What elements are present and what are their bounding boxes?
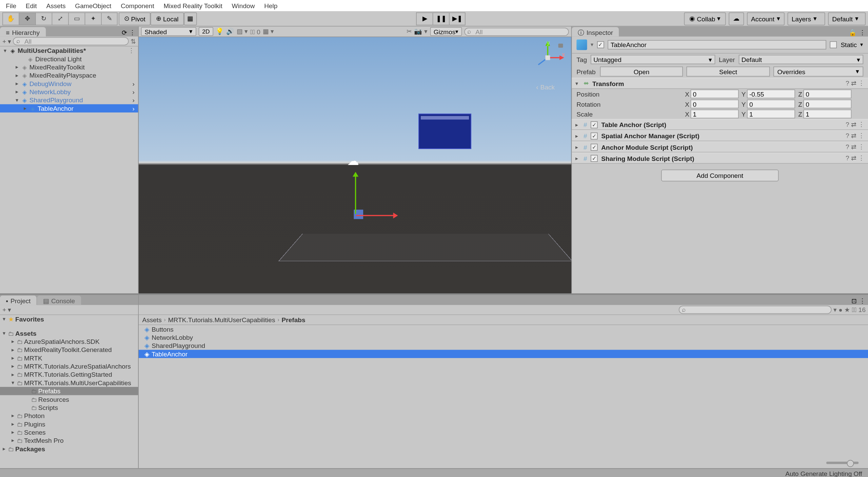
- snap-toggle[interactable]: ▦: [184, 12, 197, 25]
- prefab-overrides-dropdown[interactable]: Overrides▾: [773, 66, 863, 77]
- gizmos-dropdown[interactable]: Gizmos ▾: [430, 27, 462, 36]
- folder-item[interactable]: 🗀Resources: [0, 395, 138, 403]
- folder-item[interactable]: ▸🗀MixedRealityToolkit.Generated: [0, 346, 138, 354]
- pos-z[interactable]: 0: [803, 89, 851, 98]
- folder-item[interactable]: ▸🗀MRTK: [0, 354, 138, 362]
- tag-dropdown[interactable]: Untagged▾: [590, 55, 715, 64]
- gameobject-icon[interactable]: [576, 39, 587, 50]
- lock-icon[interactable]: ⟳: [122, 29, 127, 37]
- hidden-icon[interactable]: 👁̸ 16: [852, 306, 866, 313]
- lock-icon[interactable]: 🔒: [849, 29, 857, 37]
- menu-icon[interactable]: ⋮: [859, 297, 866, 305]
- component-header[interactable]: ▸#✓Anchor Module Script (Script)?⇄⋮: [572, 141, 868, 152]
- hierarchy-item[interactable]: ▸◈TableAnchor›: [0, 104, 138, 112]
- preset-icon[interactable]: ⇄: [851, 143, 856, 151]
- y-axis-handle[interactable]: [355, 172, 356, 214]
- layers-dropdown[interactable]: Layers▾: [788, 12, 825, 25]
- rotate-tool[interactable]: ↻: [35, 12, 52, 25]
- collapse-icon[interactable]: ⊡: [851, 297, 857, 305]
- hierarchy-item[interactable]: ▾◈SharedPlayground›: [0, 96, 138, 104]
- prefab-select-button[interactable]: Select: [687, 66, 770, 77]
- active-checkbox[interactable]: ✓: [597, 41, 604, 48]
- menu-mixed-reality-toolkit[interactable]: Mixed Reality Toolkit: [159, 0, 227, 11]
- menu-file[interactable]: File: [1, 0, 21, 11]
- folder-item[interactable]: ▸🗀Scenes: [0, 428, 138, 436]
- pos-x[interactable]: 0: [691, 89, 739, 98]
- custom-tool[interactable]: ✎: [101, 12, 118, 25]
- enabled-checkbox[interactable]: ✓: [591, 132, 598, 139]
- scl-y[interactable]: 1: [747, 109, 795, 118]
- rot-z[interactable]: 0: [803, 100, 851, 108]
- back-button[interactable]: ‹ Back: [536, 83, 555, 91]
- tab-hierarchy[interactable]: ≡ Hierarchy: [0, 27, 45, 37]
- hand-tool[interactable]: ✋: [2, 12, 19, 25]
- assets-root[interactable]: ▾🗀Assets: [0, 329, 138, 337]
- menu-icon[interactable]: ⋮: [129, 29, 136, 37]
- menu-icon[interactable]: ⋮: [858, 121, 865, 128]
- folder-item[interactable]: ▾🗀MRTK.Tutorials.MultiUserCapabilities: [0, 379, 138, 387]
- shading-dropdown[interactable]: Shaded▾: [141, 27, 196, 36]
- transform-header[interactable]: ▾⬌Transform ?⇄⋮: [572, 78, 868, 89]
- pivot-toggle[interactable]: ⊙Pivot: [119, 12, 151, 25]
- pos-y[interactable]: -0.55: [747, 89, 795, 98]
- menu-window[interactable]: Window: [227, 0, 260, 11]
- tab-project[interactable]: ▪ Project: [0, 296, 37, 305]
- menu-icon[interactable]: ⋮: [859, 29, 866, 37]
- menu-icon[interactable]: ⋮: [858, 154, 865, 162]
- folder-item[interactable]: ▸🗀MRTK.Tutorials.AzureSpatialAnchors: [0, 362, 138, 370]
- menu-assets[interactable]: Assets: [42, 0, 71, 11]
- rot-y[interactable]: 0: [747, 100, 795, 108]
- folder-item[interactable]: ▸🗀TextMesh Pro: [0, 436, 138, 444]
- asset-item[interactable]: ◈SharedPlayground: [139, 341, 868, 350]
- scene-menu-icon[interactable]: ⋮: [128, 47, 135, 55]
- project-search[interactable]: [679, 306, 832, 314]
- transform-tool[interactable]: ✦: [85, 12, 101, 25]
- folder-item[interactable]: 🗀Scripts: [0, 403, 138, 412]
- folder-item[interactable]: ▸🗀Plugins: [0, 420, 138, 428]
- menu-help[interactable]: Help: [259, 0, 282, 11]
- asset-item[interactable]: ◈Buttons: [139, 325, 868, 333]
- type-icon[interactable]: ★: [844, 306, 850, 314]
- breadcrumb-item[interactable]: MRTK.Tutorials.MultiUserCapabilities: [168, 316, 275, 323]
- tools-icon[interactable]: ✂: [407, 28, 412, 36]
- create-dropdown[interactable]: + ▾: [2, 306, 12, 314]
- menu-icon[interactable]: ⋮: [858, 132, 865, 140]
- component-header[interactable]: ▸#✓Spatial Anchor Manager (Script)?⇄⋮: [572, 130, 868, 141]
- layer-dropdown[interactable]: Default▾: [738, 55, 863, 64]
- hierarchy-item[interactable]: ◈Directional Light: [0, 55, 138, 63]
- menu-icon[interactable]: ⋮: [858, 80, 865, 87]
- light-icon[interactable]: 💡: [216, 28, 224, 36]
- move-tool[interactable]: ✥: [19, 12, 35, 25]
- enabled-checkbox[interactable]: ✓: [591, 121, 598, 128]
- cloud-button[interactable]: ☁: [729, 12, 744, 25]
- hidden-icon[interactable]: 👁̸ 0: [250, 28, 260, 35]
- menu-icon[interactable]: ⋮: [858, 143, 865, 151]
- component-header[interactable]: ▸#✓Table Anchor (Script)?⇄⋮: [572, 119, 868, 130]
- folder-item[interactable]: ▸🗀AzureSpatialAnchors.SDK: [0, 337, 138, 346]
- preset-icon[interactable]: ⇄: [851, 132, 856, 140]
- preset-icon[interactable]: ⇄: [851, 121, 856, 128]
- hierarchy-item[interactable]: ▸◈DebugWindow›: [0, 80, 138, 88]
- filter-icon[interactable]: ▾: [833, 306, 837, 314]
- sort-icon[interactable]: ⇅: [131, 37, 136, 45]
- folder-item[interactable]: 🗀Prefabs: [0, 387, 138, 395]
- audio-icon[interactable]: 🔊: [226, 28, 234, 36]
- label-icon[interactable]: ●: [839, 306, 843, 313]
- zoom-slider[interactable]: [824, 459, 861, 466]
- hierarchy-search[interactable]: All: [13, 37, 129, 45]
- packages-root[interactable]: ▸🗀Packages: [0, 444, 138, 453]
- scale-tool[interactable]: ⤢: [52, 12, 68, 25]
- breadcrumb-item[interactable]: Assets: [142, 316, 161, 323]
- help-icon[interactable]: ?: [846, 154, 849, 162]
- breadcrumb-item[interactable]: Prefabs: [282, 316, 305, 323]
- layout-dropdown[interactable]: Default▾: [828, 12, 866, 25]
- enabled-checkbox[interactable]: ✓: [591, 154, 598, 162]
- create-dropdown[interactable]: + ▾: [2, 37, 12, 45]
- folder-item[interactable]: ▸🗀Photon: [0, 412, 138, 420]
- preset-icon[interactable]: ⇄: [851, 154, 856, 162]
- local-toggle[interactable]: ⊕Local: [151, 12, 184, 25]
- account-dropdown[interactable]: Account▾: [747, 12, 785, 25]
- help-icon[interactable]: ?: [846, 132, 849, 140]
- static-checkbox[interactable]: [830, 41, 837, 48]
- icon-dropdown[interactable]: ▾: [591, 42, 594, 47]
